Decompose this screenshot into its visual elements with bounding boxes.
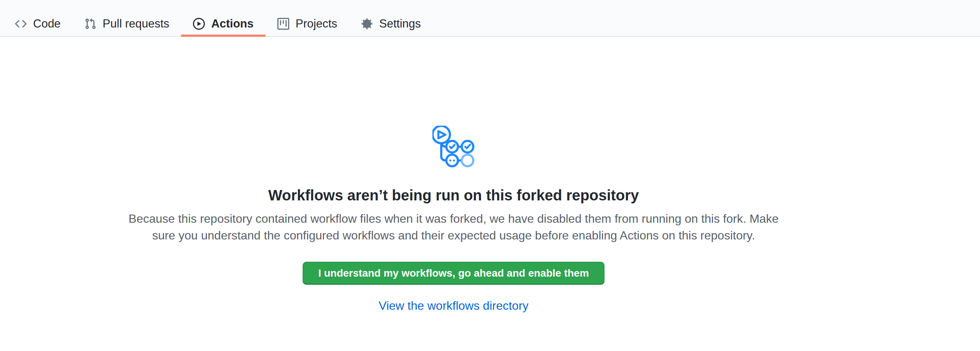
enable-workflows-button[interactable]: I understand my workflows, go ahead and … xyxy=(302,262,605,285)
git-pull-request-icon xyxy=(84,18,96,30)
code-icon xyxy=(15,18,27,30)
play-circle-icon xyxy=(193,18,205,30)
blankslate-heading: Workflows aren’t being run on this forke… xyxy=(0,186,907,205)
tab-label: Pull requests xyxy=(103,18,169,29)
tab-code[interactable]: Code xyxy=(3,11,73,36)
workflow-graph-icon xyxy=(433,125,475,168)
tab-projects[interactable]: Projects xyxy=(266,11,349,36)
description-line-1: Because this repository contained workfl… xyxy=(129,212,778,226)
tab-actions[interactable]: Actions xyxy=(181,11,266,36)
view-workflows-directory-link[interactable]: View the workflows directory xyxy=(379,299,528,312)
tab-label: Settings xyxy=(379,18,421,29)
workflows-disabled-blankslate: Workflows aren’t being run on this forke… xyxy=(0,37,907,313)
blankslate-description: Because this repository contained workfl… xyxy=(126,210,781,244)
tab-label: Code xyxy=(33,18,60,29)
tab-settings[interactable]: Settings xyxy=(349,11,433,36)
actions-content: Workflows aren’t being run on this forke… xyxy=(0,37,980,313)
project-board-icon xyxy=(277,18,289,30)
tab-label: Actions xyxy=(211,18,253,29)
repo-nav: Code Pull requests Actions Projects xyxy=(0,0,980,37)
gear-icon xyxy=(361,18,373,30)
workflows-link-row: View the workflows directory xyxy=(0,299,907,313)
description-line-2: sure you understand the configured workf… xyxy=(152,229,755,242)
tab-label: Projects xyxy=(296,18,337,29)
tab-pull-requests[interactable]: Pull requests xyxy=(73,11,181,36)
